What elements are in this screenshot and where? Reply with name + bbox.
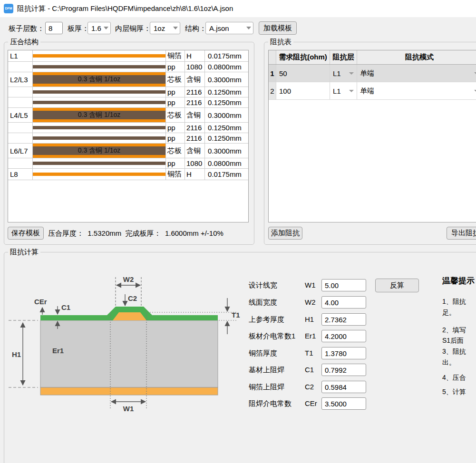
t1-input[interactable] <box>321 347 366 359</box>
field-symbol-t1: T1 <box>305 347 313 359</box>
core-graphic: 0.3 含铜 1/1oz <box>33 144 166 158</box>
stackup-row-pp[interactable]: pp 1080 0.0800mm <box>8 62 248 72</box>
stackup-row-pp[interactable]: pp 1080 0.0800mm <box>8 158 248 169</box>
c2-input[interactable] <box>321 381 366 393</box>
thickness: 0.1250mm <box>205 123 248 133</box>
thickness: 0.1250mm <box>205 87 248 97</box>
impedance-row-2[interactable]: 2 100 L1 单端 <box>269 82 476 100</box>
load-template-button[interactable]: 加载模板 <box>259 21 297 35</box>
material: 芯板 <box>166 72 185 87</box>
bottom-copper-plane <box>40 387 218 395</box>
h1-dimension-label: H1 <box>12 350 21 358</box>
layer-name <box>8 62 33 72</box>
impedance-row-1[interactable]: 1 50 L1 单端 <box>269 65 476 82</box>
impedance-calculator-window: DFM 阻抗计算 - C:\Program Files\HQDFM\impeda… <box>0 0 476 463</box>
c1-input[interactable] <box>321 364 366 376</box>
structure-value: A.json <box>209 24 246 32</box>
finished-thickness-value: 1.6000mm +/-10% <box>165 229 223 237</box>
thickness: 0.1250mm <box>205 97 248 107</box>
mode-value: 单端 <box>360 69 374 78</box>
spec: 2116 <box>185 123 205 133</box>
cer-dimension-label: CEr <box>34 298 47 306</box>
core-graphic: 0.3 含铜 1/1oz <box>33 72 166 87</box>
chevron-down-icon[interactable] <box>474 72 476 75</box>
w2-input[interactable] <box>321 296 366 309</box>
impedance-table-header: 需求阻抗(ohm) 阻抗层 阻抗模式 <box>269 50 476 65</box>
tip-line: 4、压合 <box>442 374 466 382</box>
tip-line: 2、填写 <box>442 326 466 335</box>
export-impedance-params-button[interactable]: 导出阻抗条参数 <box>447 227 476 240</box>
er1-input[interactable] <box>321 330 366 342</box>
spec: 含铜 <box>185 72 205 87</box>
thickness: 0.0175mm <box>205 50 248 61</box>
h1-input[interactable] <box>321 313 366 326</box>
field-label-cer: 阻焊介电常数 <box>249 397 291 410</box>
mode-select-cell[interactable]: 单端 <box>357 65 476 82</box>
layer-value: L1 <box>333 87 341 95</box>
stackup-row-pp[interactable]: pp 2116 0.1250mm <box>8 87 248 97</box>
mode-select-cell[interactable]: 单端 <box>357 82 476 99</box>
stackup-row-pp[interactable]: pp 2116 0.1250mm <box>8 123 248 133</box>
layer-name: L2/L3 <box>8 72 33 87</box>
chevron-down-icon[interactable] <box>349 72 354 75</box>
impedance-table: 需求阻抗(ohm) 阻抗层 阻抗模式 1 50 L1 单端 2 100 <box>268 50 476 222</box>
stackup-row-l8[interactable]: L8 铜箔 H 0.0175mm <box>8 169 248 180</box>
layer-name: L6/L7 <box>8 144 33 158</box>
structure-select[interactable]: A.json <box>205 22 253 34</box>
copper-foil-graphic <box>33 169 166 180</box>
board-thickness-select[interactable]: 1.6 <box>87 22 111 34</box>
stackup-row-l2l3[interactable]: L2/L3 0.3 含铜 1/1oz 芯板 含铜 0.3000mm <box>8 72 248 87</box>
stackup-row-l4l5[interactable]: L4/L5 0.3 含铜 1/1oz 芯板 含铜 0.3000mm <box>8 108 248 123</box>
stackup-row-l6l7[interactable]: L6/L7 0.3 含铜 1/1oz 芯板 含铜 0.3000mm <box>8 144 248 158</box>
prepreg-graphic <box>33 62 166 72</box>
prepreg-graphic <box>33 158 166 168</box>
core-label: 0.3 含铜 1/1oz <box>33 146 165 155</box>
save-template-button[interactable]: 保存模板 <box>8 227 44 240</box>
field-label-c1: 基材上阻焊 <box>249 364 284 376</box>
finished-thickness-label: 完成板厚： <box>126 229 161 237</box>
w1-dimension-label: W1 <box>123 405 134 413</box>
chevron-down-icon[interactable] <box>349 90 354 92</box>
chevron-down-icon[interactable] <box>474 90 476 92</box>
prepreg-graphic <box>33 97 166 107</box>
stackup-row-l1[interactable]: L1 铜箔 H 0.0175mm <box>8 50 248 62</box>
add-impedance-button[interactable]: 添加阻抗 <box>268 227 302 240</box>
inner-copper-select[interactable]: 1oz <box>150 22 180 34</box>
layer-count-label: 板子层数： <box>9 22 44 35</box>
row-number: 2 <box>269 82 276 99</box>
window-title: 阻抗计算 - C:\Program Files\HQDFM\impedance\… <box>17 0 233 17</box>
stackup-group-title: 压合结构 <box>8 38 40 47</box>
thickness: 0.0800mm <box>205 62 248 72</box>
layer-select-cell[interactable]: L1 <box>330 82 357 99</box>
spec: 2116 <box>185 97 205 107</box>
layer-name <box>8 123 33 133</box>
calc-group-title: 阻抗计算 <box>8 248 40 257</box>
impedance-value-cell[interactable]: 100 <box>276 82 330 99</box>
field-label-er1: 板材介电常数1 <box>249 330 295 342</box>
chevron-down-icon <box>104 27 108 29</box>
cer-input[interactable] <box>321 397 366 410</box>
pressed-thickness-value: 1.5320mm <box>87 229 121 237</box>
material: pp <box>166 87 185 97</box>
layer-name <box>8 87 33 97</box>
reverse-calc-button[interactable]: 反算 <box>375 279 419 292</box>
impedance-value-cell[interactable]: 50 <box>276 65 330 82</box>
thickness: 0.0175mm <box>205 169 248 180</box>
field-label-c2: 铜箔上阻焊 <box>249 381 284 393</box>
spec: 1080 <box>185 158 205 168</box>
stackup-row-pp[interactable]: pp 2116 0.1250mm <box>8 97 248 108</box>
mode-value: 单端 <box>360 87 374 96</box>
board-thickness-label: 板厚： <box>68 22 89 35</box>
field-label-h1: 上参考厚度 <box>249 313 284 326</box>
layer-name: L4/L5 <box>8 108 33 122</box>
field-symbol-w1: W1 <box>305 279 316 291</box>
board-thickness-value: 1.6 <box>91 24 104 32</box>
layer-name: L1 <box>8 50 33 61</box>
layer-count-input[interactable] <box>45 22 63 34</box>
thickness: 0.3000mm <box>205 72 248 87</box>
trace-cross-section-diagram: W2 C2 CEr C1 H1 Er1 W1 T1 <box>5 259 247 430</box>
stackup-row-pp[interactable]: pp 2116 0.1250mm <box>8 133 248 144</box>
layer-name: L8 <box>8 169 33 180</box>
w1-input[interactable] <box>321 279 366 291</box>
layer-select-cell[interactable]: L1 <box>330 65 357 82</box>
